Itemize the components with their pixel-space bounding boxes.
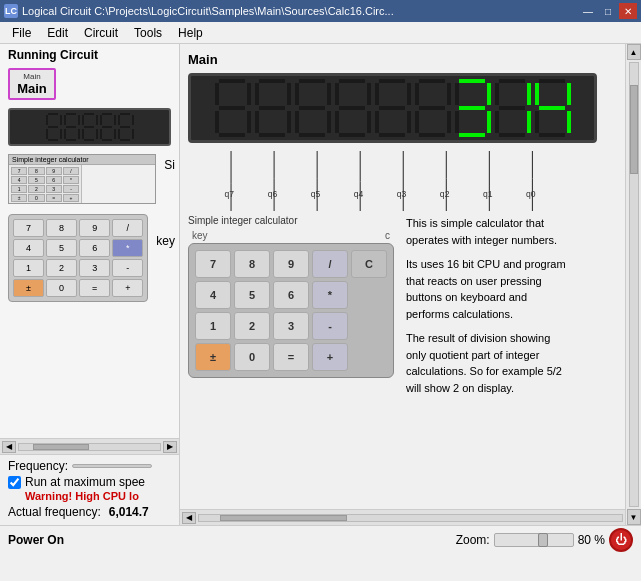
km-7[interactable]: 7 (195, 250, 231, 278)
circuit-tab-main[interactable]: Main Main (8, 68, 56, 100)
sub-btn-4: / (63, 167, 79, 175)
kp-9[interactable]: 9 (79, 219, 110, 237)
km-C[interactable]: C (351, 250, 387, 278)
sub-btn-5: 4 (11, 176, 27, 184)
seg-display-large (188, 73, 597, 143)
circuit-tab-small-label: Main (23, 72, 40, 81)
bottom-scroll-track[interactable] (198, 514, 623, 522)
preview-digit-5 (118, 113, 134, 141)
vscroll-down-arrow[interactable]: ▼ (627, 509, 641, 525)
km-blank3 (351, 343, 387, 371)
menu-edit[interactable]: Edit (39, 24, 76, 42)
svg-text:q0: q0 (526, 189, 536, 199)
km-mul[interactable]: * (312, 281, 348, 309)
km-5[interactable]: 5 (234, 281, 270, 309)
kp-6[interactable]: 6 (79, 239, 110, 257)
maximize-button[interactable]: □ (599, 3, 617, 19)
title-bar: LC Logical Circuit C:\Projects\LogicCirc… (0, 0, 641, 22)
kp-eq[interactable]: = (79, 279, 110, 297)
left-hscroll: ◀ ▶ (0, 438, 179, 454)
kp-pm[interactable]: ± (13, 279, 44, 297)
status-left: Power On (8, 533, 64, 547)
km-eq[interactable]: = (273, 343, 309, 371)
key-label: key (156, 210, 175, 248)
app-icon: LC (4, 4, 18, 18)
kp-mul[interactable]: * (112, 239, 143, 257)
menu-tools[interactable]: Tools (126, 24, 170, 42)
calc-sub-title: Simple integer calculator (9, 155, 155, 165)
bottom-hscroll: ◀ ▶ (180, 509, 641, 525)
km-0[interactable]: 0 (234, 343, 270, 371)
kp-3[interactable]: 3 (79, 259, 110, 277)
si-label: Si (164, 150, 175, 172)
svg-text:q1: q1 (483, 189, 493, 199)
desc-para-3: The result of division showing only quot… (406, 330, 566, 396)
kp-sub[interactable]: - (112, 259, 143, 277)
bottom-scroll-thumb (220, 515, 347, 521)
actual-freq-row: Actual frequency: 6,014.7 (8, 505, 171, 519)
menu-file[interactable]: File (4, 24, 39, 42)
km-9[interactable]: 9 (273, 250, 309, 278)
close-button[interactable]: ✕ (619, 3, 637, 19)
preview-digit-2 (64, 113, 80, 141)
km-8[interactable]: 8 (234, 250, 270, 278)
kp-4[interactable]: 4 (13, 239, 44, 257)
bottom-controls: Frequency: Run at maximum spee Warning! … (0, 454, 179, 525)
keypad-left: 7 8 9 / 4 5 6 * 1 2 3 - ± 0 = + (8, 214, 148, 302)
km-pm[interactable]: ± (195, 343, 231, 371)
calc-title-label: Simple integer calculator (188, 215, 394, 226)
zoom-percent: 80 % (578, 533, 605, 547)
left-scroll-left-arrow[interactable]: ◀ (2, 441, 16, 453)
max-speed-label: Run at maximum spee (25, 475, 145, 489)
main-layout: Running Circuit Main Main (0, 44, 641, 525)
zoom-slider[interactable] (494, 533, 574, 547)
kp-5[interactable]: 5 (46, 239, 77, 257)
kp-7[interactable]: 7 (13, 219, 44, 237)
frequency-slider[interactable] (72, 464, 152, 468)
sub-btn-14: 0 (28, 194, 44, 202)
wire-svg: q7 q6 q5 q4 q3 q2 q1 q0 (188, 151, 597, 211)
km-sub[interactable]: - (312, 312, 348, 340)
svg-text:q3: q3 (397, 189, 407, 199)
kp-2[interactable]: 2 (46, 259, 77, 277)
kp-8[interactable]: 8 (46, 219, 77, 237)
km-6[interactable]: 6 (273, 281, 309, 309)
km-div[interactable]: / (312, 250, 348, 278)
zoom-thumb (538, 533, 548, 547)
power-button[interactable]: ⏻ (609, 528, 633, 552)
minimize-button[interactable]: — (579, 3, 597, 19)
actual-freq-label: Actual frequency: (8, 505, 101, 519)
menu-circuit[interactable]: Circuit (76, 24, 126, 42)
kp-0[interactable]: 0 (46, 279, 77, 297)
description-text: This is simple calculator that operates … (406, 215, 566, 404)
zoom-label: Zoom: (456, 533, 490, 547)
kp-1[interactable]: 1 (13, 259, 44, 277)
sub-btn-12: - (63, 185, 79, 193)
max-speed-checkbox[interactable] (8, 476, 21, 489)
status-bar: Power On Zoom: 80 % ⏻ (0, 525, 641, 553)
sub-right (82, 165, 155, 204)
km-add[interactable]: + (312, 343, 348, 371)
km-3[interactable]: 3 (273, 312, 309, 340)
svg-text:q7: q7 (225, 189, 235, 199)
svg-text:q4: q4 (354, 189, 364, 199)
preview-digit-3 (82, 113, 98, 141)
km-1[interactable]: 1 (195, 312, 231, 340)
km-4[interactable]: 4 (195, 281, 231, 309)
kp-div[interactable]: / (112, 219, 143, 237)
keypad-main: 7 8 9 / C 4 5 6 * 1 2 3 - (188, 243, 394, 378)
calc-main-area: Simple integer calculator key c 7 8 9 / … (188, 215, 617, 404)
display-digit-3 (295, 79, 331, 137)
calc-sub-preview: Simple integer calculator 7 8 9 / 4 5 6 … (8, 154, 156, 204)
bottom-scroll-left-arrow[interactable]: ◀ (182, 512, 196, 524)
km-2[interactable]: 2 (234, 312, 270, 340)
left-scroll-track[interactable] (18, 443, 161, 451)
menu-help[interactable]: Help (170, 24, 211, 42)
svg-text:q6: q6 (268, 189, 278, 199)
left-scroll-thumb (33, 444, 89, 450)
left-scroll-right-arrow[interactable]: ▶ (163, 441, 177, 453)
preview-digit-1 (46, 113, 62, 141)
frequency-label: Frequency: (8, 459, 68, 473)
kp-add[interactable]: + (112, 279, 143, 297)
keypad-left-row: 7 8 9 / 4 5 6 * 1 2 3 - ± 0 = + k (0, 210, 179, 306)
